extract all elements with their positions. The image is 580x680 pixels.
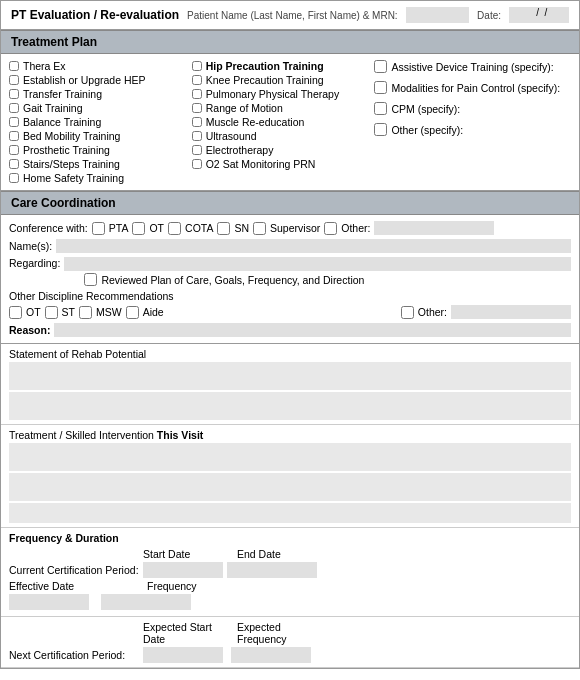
- regarding-row: Regarding: Reviewed Plan of Care, Goals,…: [9, 257, 571, 286]
- tp-item-ultrasound: Ultrasound: [192, 130, 371, 142]
- tp-item-gait: Gait Training: [9, 102, 188, 114]
- tp-col-1: Thera Ex Establish or Upgrade HEP Transf…: [9, 60, 188, 184]
- next-cert-label: Next Certification Period:: [9, 649, 139, 661]
- cb-pta[interactable]: [92, 222, 105, 235]
- cb-disc-other[interactable]: [401, 306, 414, 319]
- tp-item-stairs: Stairs/Steps Training: [9, 158, 188, 170]
- care-body: Conference with: PTA OT COTA SN Supervis…: [1, 215, 579, 344]
- tp-assistive: Assistive Device Training (specify):: [374, 60, 571, 75]
- cb-muscle[interactable]: [192, 117, 202, 127]
- cb-hep[interactable]: [9, 75, 19, 85]
- reason-row: Reason:: [9, 323, 571, 337]
- cb-assistive[interactable]: [374, 60, 387, 73]
- reason-field[interactable]: [54, 323, 571, 337]
- eff-date-row: Effective Date Frequency: [9, 580, 571, 592]
- patient-label: Patient Name (Last Name, First Name) & M…: [187, 10, 398, 21]
- freq-inline-label: Frequency: [147, 580, 197, 592]
- cb-electro[interactable]: [192, 145, 202, 155]
- tp-item-balance: Balance Training: [9, 116, 188, 128]
- treatment-field-3[interactable]: [9, 503, 571, 523]
- current-cert-end-field[interactable]: [227, 562, 317, 578]
- header: PT Evaluation / Re-evaluation Patient Na…: [1, 1, 579, 30]
- next-cert-section: Expected Start Date Expected Frequency N…: [1, 617, 579, 668]
- current-cert-row: Current Certification Period:: [9, 562, 571, 578]
- expected-freq-header: Expected Frequency: [237, 621, 327, 645]
- eff-date-label: Effective Date: [9, 580, 139, 592]
- date-field[interactable]: / /: [509, 7, 569, 23]
- cb-stairs[interactable]: [9, 159, 19, 169]
- patient-field[interactable]: [406, 7, 469, 23]
- cb-gait[interactable]: [9, 103, 19, 113]
- cb-o2[interactable]: [192, 159, 202, 169]
- treatment-field-1[interactable]: [9, 443, 571, 471]
- names-row: Name(s):: [9, 239, 571, 253]
- cb-modalities[interactable]: [374, 81, 387, 94]
- cb-ot[interactable]: [132, 222, 145, 235]
- freq-header-row: Start Date End Date: [9, 548, 571, 560]
- date-label: Date:: [477, 10, 501, 21]
- next-header-row: Expected Start Date Expected Frequency: [9, 621, 571, 645]
- cb-home-safety[interactable]: [9, 173, 19, 183]
- treatment-field-2[interactable]: [9, 473, 571, 501]
- treatment-visit-title: Treatment / Skilled Intervention This Vi…: [9, 429, 571, 441]
- eff-date-fields-row: [9, 594, 571, 610]
- cb-cpm[interactable]: [374, 102, 387, 115]
- expected-start-header: Expected Start Date: [143, 621, 233, 645]
- names-field[interactable]: [56, 239, 571, 253]
- cb-other-tp[interactable]: [374, 123, 387, 136]
- cb-balance[interactable]: [9, 117, 19, 127]
- cb-pulmonary[interactable]: [192, 89, 202, 99]
- regarding-field[interactable]: [64, 257, 571, 271]
- current-cert-label: Current Certification Period:: [9, 564, 139, 576]
- current-cert-start-field[interactable]: [143, 562, 223, 578]
- other-conf-field[interactable]: [374, 221, 494, 235]
- freq-inline-field[interactable]: [101, 594, 191, 610]
- tp-item-transfer: Transfer Training: [9, 88, 188, 100]
- cb-sn[interactable]: [217, 222, 230, 235]
- tp-col-2: Hip Precaution Training Knee Precaution …: [192, 60, 371, 184]
- disc-other-field[interactable]: [451, 305, 571, 319]
- cb-hip[interactable]: [192, 61, 202, 71]
- cb-ultrasound[interactable]: [192, 131, 202, 141]
- cb-supervisor[interactable]: [253, 222, 266, 235]
- next-cert-freq-field[interactable]: [231, 647, 311, 663]
- cb-reviewed[interactable]: [84, 273, 97, 286]
- cb-disc-ot[interactable]: [9, 306, 22, 319]
- rehab-field[interactable]: [9, 362, 571, 390]
- tp-col-3: Assistive Device Training (specify): Mod…: [374, 60, 571, 184]
- tp-cpm: CPM (specify):: [374, 102, 571, 117]
- tp-item-hep: Establish or Upgrade HEP: [9, 74, 188, 86]
- tp-item-thera-ex: Thera Ex: [9, 60, 188, 72]
- cb-cota[interactable]: [168, 222, 181, 235]
- other-disc-row: OT ST MSW Aide Other:: [9, 305, 571, 319]
- reviewed-row: Reviewed Plan of Care, Goals, Frequency,…: [64, 273, 571, 286]
- freq-section: Frequency & Duration Start Date End Date…: [1, 528, 579, 617]
- cb-thera-ex[interactable]: [9, 61, 19, 71]
- cb-bed-mobility[interactable]: [9, 131, 19, 141]
- next-cert-start-field[interactable]: [143, 647, 223, 663]
- rehab-field-2[interactable]: [9, 392, 571, 420]
- next-cert-row: Next Certification Period:: [9, 647, 571, 663]
- page-title: PT Evaluation / Re-evaluation: [11, 8, 179, 22]
- tp-item-o2: O2 Sat Monitoring PRN: [192, 158, 371, 170]
- cb-disc-msw[interactable]: [79, 306, 92, 319]
- treatment-plan-header: Treatment Plan: [1, 30, 579, 54]
- tp-item-home-safety: Home Safety Training: [9, 172, 188, 184]
- eff-date-field[interactable]: [9, 594, 89, 610]
- tp-item-pulmonary: Pulmonary Physical Therapy: [192, 88, 371, 100]
- cb-rom[interactable]: [192, 103, 202, 113]
- cb-transfer[interactable]: [9, 89, 19, 99]
- cb-knee[interactable]: [192, 75, 202, 85]
- cb-other-conf[interactable]: [324, 222, 337, 235]
- end-date-header: End Date: [237, 548, 327, 560]
- freq-title: Frequency & Duration: [9, 532, 571, 544]
- cb-disc-st[interactable]: [45, 306, 58, 319]
- treatment-plan-body: Thera Ex Establish or Upgrade HEP Transf…: [1, 54, 579, 191]
- tp-item-knee: Knee Precaution Training: [192, 74, 371, 86]
- care-coordination-header: Care Coordination: [1, 191, 579, 215]
- cb-prosthetic[interactable]: [9, 145, 19, 155]
- cb-disc-aide[interactable]: [126, 306, 139, 319]
- tp-item-rom: Range of Motion: [192, 102, 371, 114]
- page-container: PT Evaluation / Re-evaluation Patient Na…: [0, 0, 580, 669]
- rehab-section: Statement of Rehab Potential: [1, 344, 579, 425]
